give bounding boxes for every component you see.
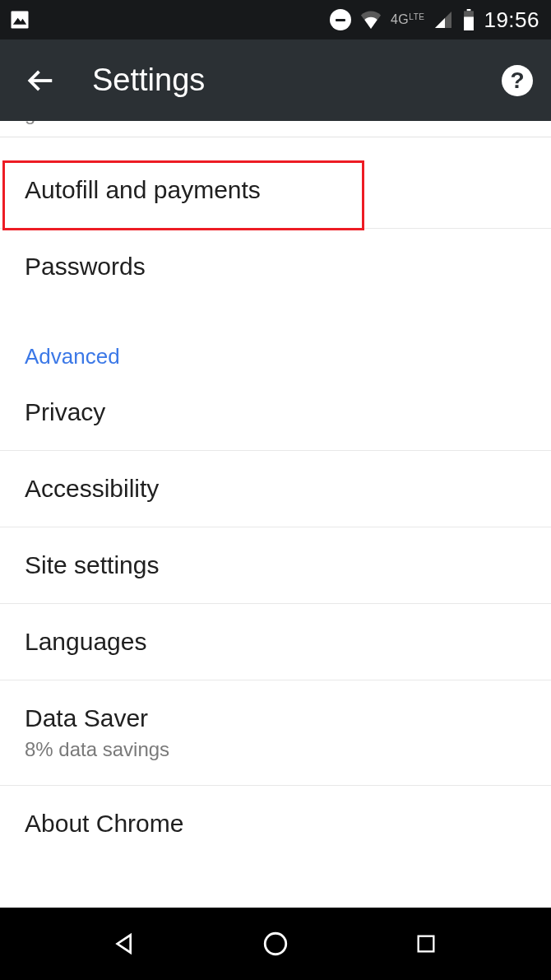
svg-rect-4	[467, 9, 471, 11]
svg-marker-3	[435, 18, 445, 28]
battery-icon	[462, 9, 475, 30]
settings-item-label: Autofill and payments	[25, 175, 526, 205]
wifi-icon	[359, 11, 382, 29]
svg-rect-6	[465, 16, 475, 30]
settings-item-languages[interactable]: Languages	[0, 604, 551, 680]
network-type-label: 4GLTE	[391, 13, 424, 26]
navigation-bar	[0, 908, 551, 980]
nav-back-button[interactable]	[109, 927, 141, 960]
nav-recent-button[interactable]	[410, 927, 442, 960]
settings-item-label: Accessibility	[25, 474, 526, 504]
page-title: Settings	[92, 63, 205, 98]
settings-item-label: Data Saver	[25, 704, 526, 733]
settings-item-label: About Chrome	[25, 809, 526, 838]
svg-rect-10	[419, 936, 434, 952]
status-clock: 19:56	[484, 7, 539, 33]
settings-item-site-settings[interactable]: Site settings	[0, 527, 551, 604]
settings-item-label: Site settings	[25, 550, 526, 580]
settings-item-sublabel: 8% data savings	[25, 738, 526, 762]
settings-item-accessibility[interactable]: Accessibility	[0, 451, 551, 527]
scroll-fragment: g	[0, 121, 551, 137]
back-button[interactable]	[25, 65, 56, 96]
nav-home-button[interactable]	[259, 927, 292, 960]
section-header-advanced: Advanced	[0, 304, 551, 374]
app-bar: Settings ?	[0, 39, 551, 121]
settings-item-autofill[interactable]: Autofill and payments	[0, 152, 551, 229]
image-notification-icon	[8, 8, 31, 31]
cell-signal-icon	[433, 10, 454, 30]
settings-item-label: Languages	[25, 627, 526, 657]
settings-item-data-saver[interactable]: Data Saver 8% data savings	[0, 680, 551, 786]
help-button[interactable]: ?	[502, 65, 533, 96]
settings-item-about-chrome[interactable]: About Chrome	[0, 786, 551, 862]
svg-point-9	[265, 933, 286, 954]
svg-rect-0	[12, 12, 29, 29]
settings-item-label: Passwords	[25, 252, 526, 281]
settings-list[interactable]: g Autofill and payments Passwords Advanc…	[0, 121, 551, 908]
svg-marker-8	[117, 935, 130, 952]
status-bar: 4GLTE 19:56	[0, 0, 551, 39]
settings-item-passwords[interactable]: Passwords	[0, 229, 551, 304]
settings-item-label: Privacy	[25, 397, 526, 427]
settings-item-privacy[interactable]: Privacy	[0, 374, 551, 451]
do-not-disturb-icon	[330, 9, 351, 30]
help-icon: ?	[510, 67, 524, 94]
